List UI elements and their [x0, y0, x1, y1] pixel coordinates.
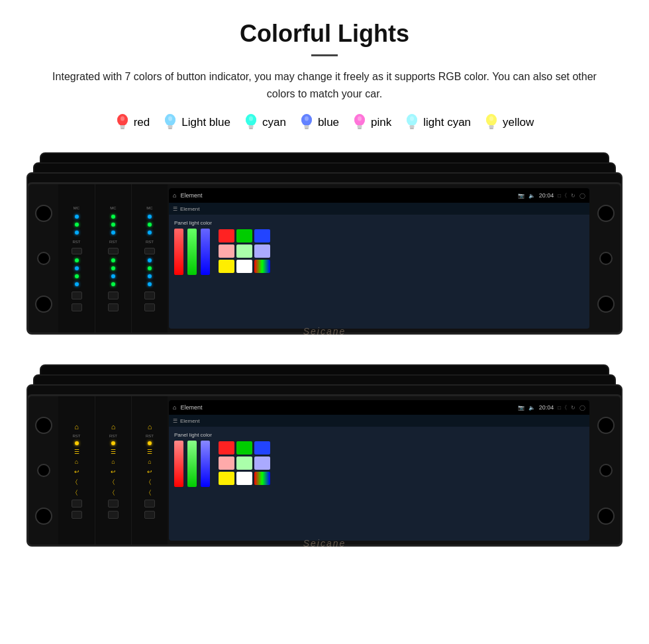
svg-rect-28: [410, 128, 414, 129]
top-unit-front: MC RST MC RST: [26, 182, 623, 335]
svg-rect-13: [249, 128, 253, 129]
bottom-screen-title: Element: [180, 404, 513, 411]
bulb-icon-blue: [299, 113, 314, 133]
color-item-pink: pink: [352, 113, 391, 133]
bottom-screen-element: Element: [180, 418, 199, 424]
svg-rect-27: [410, 125, 415, 128]
svg-rect-12: [248, 125, 253, 128]
bulb-icon-pink: [352, 113, 367, 133]
bottom-panel-color-label: Panel light color: [174, 432, 212, 438]
color-item-cyan: cyan: [244, 113, 286, 133]
svg-rect-18: [305, 128, 309, 129]
color-label-lightcyan: light cyan: [423, 116, 471, 129]
top-screen-time: 20:04: [539, 192, 554, 199]
bulb-icon-lightblue: [163, 113, 177, 133]
bottom-unit-front: ⌂ RST ☰ ⌂ ↩ 〈 〈 ⌂ RST ☰ ⌂ ↩ 〈 〈: [26, 394, 623, 547]
svg-point-19: [305, 117, 309, 121]
color-item-lightcyan: light cyan: [405, 113, 471, 133]
svg-point-29: [410, 117, 414, 121]
top-screen-element: Element: [180, 206, 199, 212]
svg-point-9: [168, 117, 172, 121]
color-label-pink: pink: [371, 116, 391, 129]
top-unit-screen: ⌂ Element 📷 🔈 20:04 □ 〈 ↻ ◯ ☰ Element: [169, 188, 589, 329]
svg-point-4: [121, 117, 125, 121]
bottom-unit-group: ⌂ RST ☰ ⌂ ↩ 〈 〈 ⌂ RST ☰ ⌂ ↩ 〈 〈: [26, 364, 623, 557]
color-label-red: red: [134, 116, 150, 129]
svg-rect-32: [489, 125, 494, 128]
bulb-icon-red: [115, 113, 130, 133]
svg-rect-23: [358, 128, 362, 129]
svg-rect-22: [358, 125, 362, 128]
svg-rect-8: [168, 128, 172, 129]
bulb-icon-yellow: [484, 113, 499, 133]
color-item-blue: blue: [299, 113, 339, 133]
color-list: red Light blue cyan blue: [115, 113, 534, 133]
color-item-yellow: yellow: [484, 113, 534, 133]
units-section: MC RST MC RST: [26, 152, 623, 557]
top-screen-title: Element: [180, 192, 513, 199]
title-divider: [311, 54, 338, 56]
top-panel-color-label: Panel light color: [174, 220, 212, 226]
bottom-screen-time: 20:04: [539, 404, 554, 411]
svg-rect-3: [121, 128, 125, 129]
color-item-lightblue: Light blue: [163, 113, 230, 133]
bulb-icon-lightcyan: [405, 113, 419, 133]
color-item-red: red: [115, 113, 150, 133]
top-watermark: Seicane: [303, 326, 346, 337]
color-label-blue: blue: [318, 116, 339, 129]
color-label-lightblue: Light blue: [181, 116, 230, 129]
svg-rect-17: [304, 125, 309, 128]
bulb-icon-cyan: [244, 113, 258, 133]
svg-point-24: [358, 117, 362, 121]
top-unit-group: MC RST MC RST: [26, 152, 623, 345]
svg-point-34: [489, 117, 493, 121]
color-label-cyan: cyan: [262, 116, 286, 129]
svg-rect-7: [168, 125, 173, 128]
svg-point-14: [249, 117, 253, 121]
bottom-watermark: Seicane: [303, 538, 346, 549]
svg-rect-33: [489, 128, 493, 129]
bottom-unit-screen: ⌂ Element 📷 🔈 20:04 □ 〈 ↻ ◯ ☰ Element: [169, 400, 589, 541]
color-label-yellow: yellow: [503, 116, 534, 129]
svg-rect-2: [120, 125, 125, 128]
description-text: Integrated with 7 colors of button indic…: [40, 68, 609, 102]
page-title: Colorful Lights: [240, 20, 409, 48]
